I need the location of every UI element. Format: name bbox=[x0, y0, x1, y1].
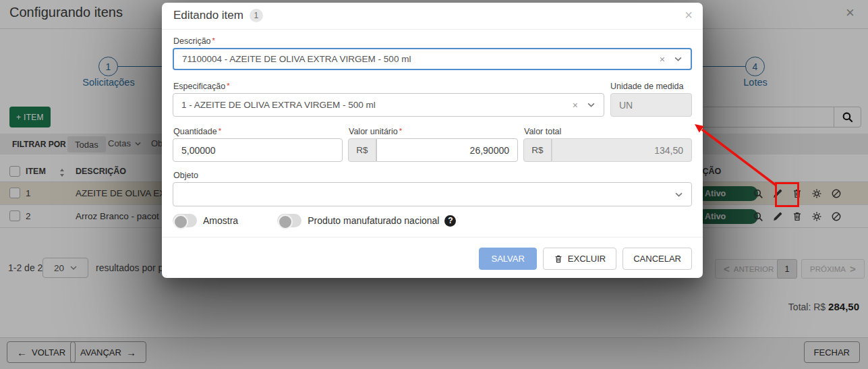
descricao-select[interactable]: 71100004 - AZEITE DE OLIVA EXTRA VIRGEM … bbox=[173, 48, 692, 70]
chevron-down-icon bbox=[675, 192, 683, 197]
help-question-icon[interactable]: ? bbox=[444, 215, 456, 227]
modal-toggles: Amostra Produto manufaturado nacional ? bbox=[173, 214, 456, 227]
quantidade-label-text: Quantidade bbox=[173, 127, 217, 136]
required-asterisk: * bbox=[227, 82, 229, 90]
valor-unitario-field[interactable] bbox=[376, 138, 518, 162]
unidade-label: Unidade de medida bbox=[610, 82, 683, 91]
unidade-field bbox=[610, 93, 692, 117]
required-asterisk: * bbox=[219, 127, 221, 135]
especificacao-select[interactable]: 1 - AZEITE DE OLIVA EXTRA VIRGEM - 500 m… bbox=[173, 93, 604, 117]
currency-prefix: R$ bbox=[523, 138, 552, 162]
clear-selection-icon[interactable]: × bbox=[660, 54, 665, 65]
valor-total-field bbox=[552, 138, 692, 162]
descricao-value: 71100004 - AZEITE DE OLIVA EXTRA VIRGEM … bbox=[182, 54, 660, 64]
modal-footer-divider bbox=[162, 237, 703, 237]
valor-unitario-label-text: Valor unitário bbox=[349, 127, 398, 136]
edit-item-modal: Editando item 1 × Descrição* 71100004 - … bbox=[162, 3, 703, 278]
chevron-down-icon bbox=[587, 103, 595, 107]
chevron-down-icon bbox=[674, 57, 682, 61]
descricao-label-text: Descrição bbox=[173, 36, 211, 46]
screen: Configurando itens × 1 Solicitações 4 Lo… bbox=[0, 0, 868, 369]
cancelar-button[interactable]: CANCELAR bbox=[623, 248, 692, 270]
required-asterisk: * bbox=[212, 36, 215, 45]
valor-total-label: Valor total bbox=[524, 127, 561, 136]
objeto-label: Objeto bbox=[173, 171, 198, 180]
required-asterisk: * bbox=[399, 127, 402, 135]
item-number-badge: 1 bbox=[250, 9, 263, 22]
modal-title-text: Editando item bbox=[173, 9, 243, 22]
modal-buttons: SALVAR EXCLUIR CANCELAR bbox=[479, 248, 692, 270]
annotation-highlight-box bbox=[775, 182, 799, 207]
manufaturado-toggle[interactable] bbox=[277, 214, 301, 227]
salvar-button[interactable]: SALVAR bbox=[479, 248, 536, 270]
amostra-label: Amostra bbox=[203, 215, 238, 226]
descricao-label: Descrição* bbox=[173, 36, 215, 46]
especificacao-value: 1 - AZEITE DE OLIVA EXTRA VIRGEM - 500 m… bbox=[181, 100, 573, 110]
quantidade-field[interactable] bbox=[173, 138, 343, 162]
objeto-select[interactable] bbox=[173, 182, 692, 206]
amostra-toggle[interactable] bbox=[173, 214, 197, 227]
manufaturado-label: Produto manufaturado nacional bbox=[308, 215, 439, 226]
valor-unitario-label: Valor unitário* bbox=[349, 127, 402, 136]
modal-header: Editando item 1 × bbox=[162, 3, 703, 30]
trash-icon bbox=[554, 254, 563, 264]
modal-close-icon[interactable]: × bbox=[685, 7, 693, 23]
especificacao-label: Especificação* bbox=[173, 82, 229, 91]
excluir-label: EXCLUIR bbox=[568, 254, 606, 264]
quantidade-label: Quantidade* bbox=[173, 127, 221, 136]
modal-title: Editando item 1 bbox=[173, 9, 263, 22]
excluir-button[interactable]: EXCLUIR bbox=[543, 248, 616, 270]
clear-selection-icon[interactable]: × bbox=[573, 100, 578, 111]
currency-prefix: R$ bbox=[348, 138, 376, 162]
especificacao-label-text: Especificação bbox=[173, 82, 225, 91]
